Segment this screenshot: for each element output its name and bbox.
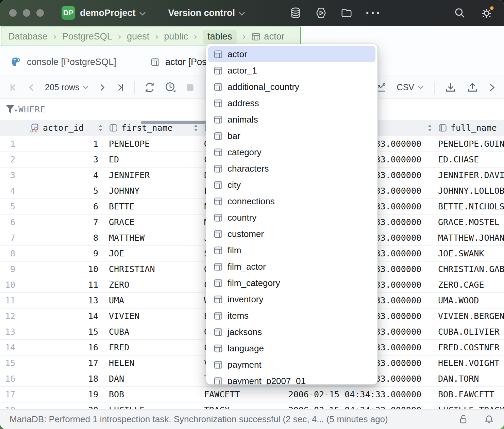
table-popup-item-jacksons[interactable]: jacksons <box>208 324 375 340</box>
previous-page-button[interactable] <box>27 83 36 92</box>
tab-actor-table[interactable]: actor [Pos <box>151 48 207 76</box>
cell-first_name[interactable]: JENNIFER <box>106 168 201 183</box>
cell-first_name[interactable]: HELEN <box>106 355 201 371</box>
cell-actor_id[interactable]: 6 <box>27 199 106 214</box>
search-icon[interactable] <box>454 7 466 19</box>
upload-icon[interactable] <box>467 82 478 93</box>
cell-full_name[interactable]: PENELOPE.GUINESS <box>435 136 504 152</box>
table-popup-item-city[interactable]: city <box>208 177 375 193</box>
cell-first_name[interactable]: CUBA <box>106 324 201 339</box>
cell-actor_id[interactable]: 1 <box>27 136 106 152</box>
row-number[interactable]: 2 <box>0 152 27 167</box>
cell-actor_id[interactable]: 8 <box>27 230 106 245</box>
cell-first_name[interactable]: VIVIEN <box>106 308 201 324</box>
cell-first_name[interactable]: DAN <box>106 371 201 386</box>
row-number[interactable]: 13 <box>0 324 27 339</box>
cell-last_name[interactable]: FAWCETT <box>201 387 285 402</box>
cell-full_name[interactable]: GRACE.MOSTEL <box>435 214 504 230</box>
cell-actor_id[interactable]: 10 <box>27 261 106 277</box>
cell-full_name[interactable]: JENNIFER.DAVIS <box>435 168 504 183</box>
stop-button[interactable] <box>185 83 195 92</box>
table-popup-item-film[interactable]: film <box>208 242 375 258</box>
table-popup-item-actor[interactable]: actor <box>208 46 375 62</box>
row-number[interactable]: 7 <box>0 230 27 245</box>
table-popup-item-additional_country[interactable]: additional_country <box>208 79 375 95</box>
cell-first_name[interactable]: JOE <box>106 246 201 261</box>
row-number[interactable]: 17 <box>0 387 27 402</box>
cell-actor_id[interactable]: 13 <box>27 293 106 308</box>
cell-actor_id[interactable]: 9 <box>27 246 106 261</box>
table-popup-item-film_actor[interactable]: film_actor <box>208 258 375 275</box>
cell-actor_id[interactable]: 4 <box>27 168 106 183</box>
run-icon[interactable] <box>315 6 327 19</box>
project-menu[interactable]: demoProject <box>80 8 146 18</box>
table-popup-item-inventory[interactable]: inventory <box>208 291 375 307</box>
chevron-right-icon[interactable] <box>488 83 496 92</box>
cell-first_name[interactable]: ZERO <box>106 277 201 292</box>
cell-first_name[interactable]: UMA <box>106 293 201 308</box>
row-number[interactable]: 12 <box>0 308 27 324</box>
row-number[interactable]: 1 <box>0 136 27 152</box>
table-popup-item-connections[interactable]: connections <box>208 193 375 209</box>
cell-actor_id[interactable]: 16 <box>27 340 106 355</box>
table-popup-item-characters[interactable]: characters <box>208 160 375 177</box>
cell-full_name[interactable]: ZERO.CAGE <box>435 277 504 292</box>
column-header-actor-id[interactable]: actor_id <box>27 120 106 136</box>
cell-full_name[interactable]: CHRISTIAN.GABLE <box>435 261 504 277</box>
cell-actor_id[interactable]: 7 <box>27 214 106 230</box>
project-badge[interactable]: DP <box>62 6 75 20</box>
cell-full_name[interactable]: BOB.FAWCETT <box>435 387 504 402</box>
row-number[interactable]: 9 <box>0 261 27 277</box>
row-number[interactable]: 4 <box>0 183 27 198</box>
breadcrumb-item-public[interactable]: public <box>164 31 188 42</box>
row-number[interactable]: 5 <box>0 199 27 214</box>
download-icon[interactable] <box>445 82 456 93</box>
row-number[interactable]: 10 <box>0 277 27 292</box>
database-icon[interactable] <box>289 7 302 19</box>
column-header-full-name[interactable]: full_name <box>435 120 504 136</box>
cell-first_name[interactable]: MATTHEW <box>106 230 201 245</box>
close-window-button[interactable] <box>9 9 17 17</box>
breadcrumb-item-actor[interactable]: actor <box>251 31 284 42</box>
cell-full_name[interactable]: JOE.SWANK <box>435 246 504 261</box>
cell-full_name[interactable]: DAN.TORN <box>435 371 504 386</box>
cell-first_name[interactable]: ED <box>106 152 201 167</box>
cell-full_name[interactable]: ED.CHASE <box>435 152 504 167</box>
cell-first_name[interactable]: BOB <box>106 387 201 402</box>
table-popup-item-payment_p2007_01[interactable]: payment_p2007_01 <box>208 373 375 385</box>
cell-full_name[interactable]: MATTHEW.JOHANSSON <box>435 230 504 245</box>
table-popup-item-actor_1[interactable]: actor_1 <box>208 62 375 79</box>
cell-first_name[interactable]: PENELOPE <box>106 136 201 152</box>
folder-icon[interactable] <box>340 7 353 19</box>
page-size-select[interactable]: 205 rows <box>45 82 89 92</box>
cell-actor_id[interactable]: 11 <box>27 277 106 292</box>
table-popup-item-items[interactable]: items <box>208 307 375 324</box>
row-number[interactable]: 14 <box>0 340 27 355</box>
cell-first_name[interactable]: BETTE <box>106 199 201 214</box>
minimize-window-button[interactable] <box>23 9 30 17</box>
cell-full_name[interactable]: HELEN.VOIGHT <box>435 355 504 371</box>
cell-actor_id[interactable]: 18 <box>27 371 106 386</box>
table-popup-item-bar[interactable]: bar <box>208 128 375 144</box>
more-icon[interactable] <box>366 11 380 15</box>
cell-actor_id[interactable]: 14 <box>27 308 106 324</box>
last-page-button[interactable] <box>116 83 125 92</box>
cell-first_name[interactable]: FRED <box>106 340 201 355</box>
table-popup-item-country[interactable]: country <box>208 209 375 226</box>
tab-console-postgresql[interactable]: console [PostgreSQL] <box>10 48 116 76</box>
cell-actor_id[interactable]: 3 <box>27 152 106 167</box>
cell-full_name[interactable]: JOHNNY.LOLLOBRIGIDA <box>435 183 504 198</box>
table-popup-item-customer[interactable]: customer <box>208 226 375 242</box>
next-page-button[interactable] <box>98 83 107 92</box>
row-number[interactable]: 11 <box>0 293 27 308</box>
table-popup-item-language[interactable]: language <box>208 340 375 356</box>
unlocked-icon[interactable] <box>458 414 469 425</box>
sort-arrows-icon[interactable] <box>194 124 198 132</box>
corner-cell[interactable] <box>0 120 27 136</box>
row-number[interactable]: 8 <box>0 246 27 261</box>
row-number[interactable]: 6 <box>0 214 27 230</box>
cell-first_name[interactable]: JOHNNY <box>106 183 201 198</box>
table-popup-item-film_category[interactable]: film_category <box>208 275 375 291</box>
export-format-select[interactable]: CSV <box>397 82 424 92</box>
sort-arrows-icon[interactable] <box>427 124 432 132</box>
